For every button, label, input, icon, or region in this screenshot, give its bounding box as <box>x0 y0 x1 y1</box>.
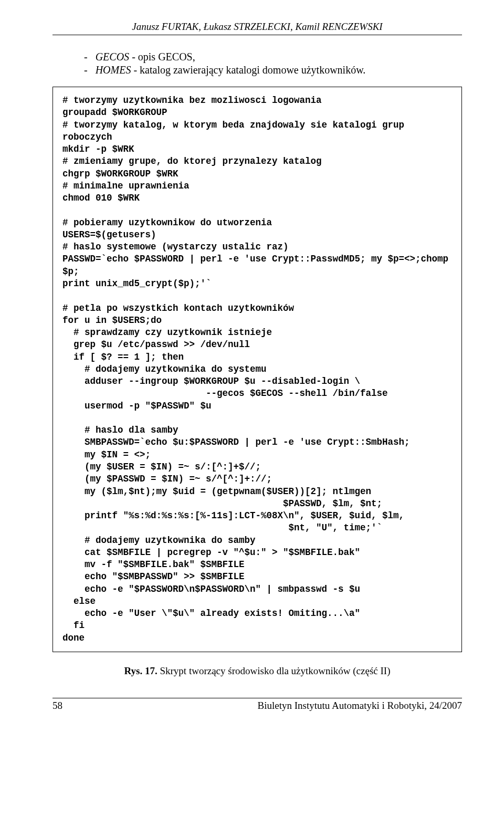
desc-homes: - katalog zawierający katalogi domowe uż… <box>131 64 365 76</box>
page-header: Janusz FURTAK, Łukasz STRZELECKI, Kamil … <box>52 21 462 35</box>
caption-text: Skrypt tworzący środowisko dla użytkowni… <box>158 665 391 676</box>
term-homes: HOMES <box>96 64 131 76</box>
desc-gecos: - opis GECOS, <box>129 51 195 62</box>
page-footer: 58 Biuletyn Instytutu Automatyki i Robot… <box>52 698 462 711</box>
bulletin-name: Biuletyn Instytutu Automatyki i Robotyki… <box>257 700 462 711</box>
page-number: 58 <box>52 700 62 711</box>
code-listing: # tworzymy uzytkownika bez mozliwosci lo… <box>52 87 462 652</box>
list-item: - GECOS - opis GECOS, <box>84 51 462 63</box>
figure-caption: Rys. 17. Skrypt tworzący środowisko dla … <box>52 665 462 677</box>
term-gecos: GECOS <box>96 51 129 62</box>
intro-list: - GECOS - opis GECOS, - HOMES - katalog … <box>84 51 462 76</box>
list-item: - HOMES - katalog zawierający katalogi d… <box>84 64 462 76</box>
caption-label: Rys. 17. <box>124 665 158 676</box>
